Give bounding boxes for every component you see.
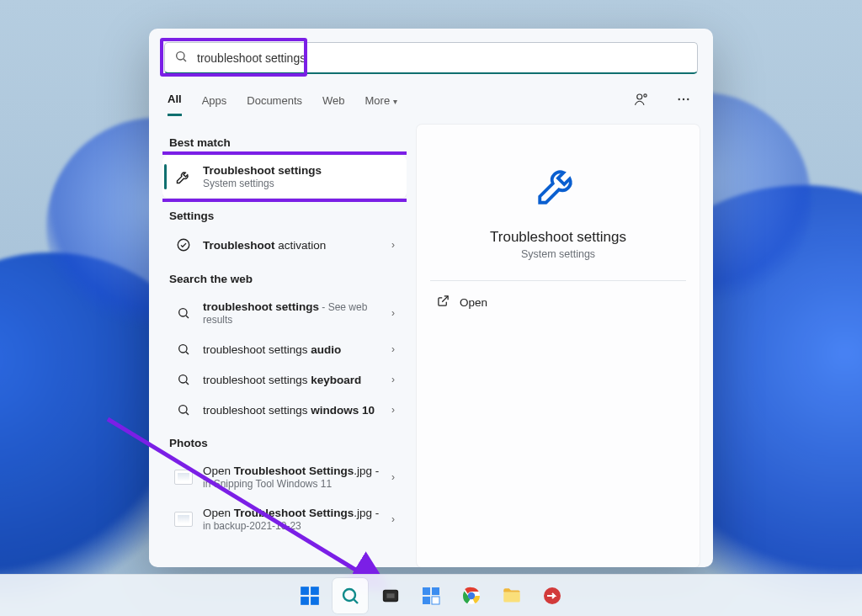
results-list: Best match Troubleshoot settings System … bbox=[162, 125, 407, 567]
result-subtitle: in backup-2021-10-23 bbox=[203, 520, 381, 532]
svg-line-13 bbox=[186, 382, 189, 385]
section-search-web: Search the web bbox=[162, 261, 407, 292]
search-icon bbox=[174, 343, 193, 356]
svg-rect-18 bbox=[311, 587, 319, 595]
svg-point-21 bbox=[343, 589, 355, 601]
search-icon bbox=[174, 50, 188, 66]
result-title-part: Troubleshoot bbox=[203, 239, 275, 252]
preview-title: Troubleshoot settings bbox=[490, 229, 626, 246]
tab-web[interactable]: Web bbox=[322, 88, 345, 115]
explorer-button[interactable] bbox=[494, 578, 529, 613]
wrench-icon bbox=[534, 160, 583, 212]
svg-rect-24 bbox=[386, 592, 396, 598]
result-web-audio[interactable]: troubleshoot settings audio › bbox=[162, 334, 407, 364]
tab-documents[interactable]: Documents bbox=[247, 88, 302, 115]
svg-rect-26 bbox=[432, 587, 439, 595]
result-web-windows10[interactable]: troubleshoot settings windows 10 › bbox=[162, 395, 407, 425]
app-button[interactable] bbox=[535, 578, 570, 613]
result-troubleshoot-settings[interactable]: Troubleshoot settings System settings bbox=[162, 156, 407, 198]
search-icon bbox=[174, 373, 193, 386]
svg-point-12 bbox=[179, 375, 187, 383]
svg-point-5 bbox=[683, 98, 684, 100]
image-thumb-icon bbox=[174, 470, 193, 485]
image-thumb-icon bbox=[174, 512, 193, 527]
tab-more[interactable]: More▾ bbox=[365, 88, 398, 115]
check-shield-icon bbox=[174, 237, 193, 252]
chevron-right-icon: › bbox=[391, 404, 395, 416]
search-button[interactable] bbox=[333, 578, 368, 613]
chevron-down-icon: ▾ bbox=[393, 97, 397, 106]
wrench-icon bbox=[174, 168, 193, 185]
result-subtitle: in Snipping Tool Windows 11 bbox=[203, 478, 381, 490]
open-button[interactable]: Open bbox=[430, 286, 686, 318]
result-title-part: .jpg - bbox=[354, 507, 379, 519]
svg-point-2 bbox=[637, 94, 642, 99]
start-button[interactable] bbox=[292, 578, 327, 613]
result-photo-1[interactable]: Open Troubleshoot Settings.jpg - in Snip… bbox=[162, 456, 407, 498]
svg-point-3 bbox=[644, 94, 646, 97]
result-title-part: Troubleshoot Settings bbox=[234, 465, 354, 477]
result-web-keyboard[interactable]: troubleshoot settings keyboard › bbox=[162, 364, 407, 395]
section-photos: Photos bbox=[162, 425, 407, 456]
result-title: Troubleshoot settings bbox=[203, 164, 322, 177]
result-title-part: windows 10 bbox=[311, 404, 375, 417]
chevron-right-icon: › bbox=[391, 307, 395, 319]
widgets-button[interactable] bbox=[413, 578, 449, 613]
result-title-part: troubleshoot settings bbox=[203, 374, 311, 386]
svg-line-22 bbox=[354, 599, 359, 603]
result-title-part: troubleshoot settings bbox=[203, 343, 311, 356]
search-panel: All Apps Documents Web More▾ Best match … bbox=[149, 29, 713, 567]
preview-pane: Troubleshoot settings System settings Op… bbox=[417, 125, 700, 567]
search-icon bbox=[174, 306, 193, 320]
svg-line-1 bbox=[184, 59, 186, 61]
svg-point-14 bbox=[179, 406, 187, 413]
preview-subtitle: System settings bbox=[521, 248, 595, 260]
taskview-button[interactable] bbox=[373, 578, 408, 613]
result-subtitle: System settings bbox=[203, 178, 395, 189]
chrome-button[interactable] bbox=[454, 578, 489, 613]
svg-point-8 bbox=[179, 309, 187, 316]
svg-point-4 bbox=[678, 98, 680, 100]
svg-rect-27 bbox=[423, 597, 430, 604]
divider bbox=[430, 280, 686, 281]
result-title-part: troubleshoot settings bbox=[203, 404, 311, 417]
chevron-right-icon: › bbox=[391, 343, 395, 355]
svg-line-11 bbox=[186, 352, 189, 354]
chevron-right-icon: › bbox=[391, 239, 395, 251]
result-title-part: troubleshoot settings bbox=[203, 300, 319, 313]
result-title-part: audio bbox=[311, 343, 341, 356]
more-icon[interactable] bbox=[673, 88, 694, 114]
result-troubleshoot-activation[interactable]: Troubleshoot activation › bbox=[162, 229, 407, 261]
selection-indicator bbox=[164, 164, 167, 189]
svg-line-9 bbox=[186, 316, 189, 318]
result-title-part: Open bbox=[203, 507, 234, 519]
tab-all[interactable]: All bbox=[168, 86, 182, 116]
section-best-match: Best match bbox=[162, 125, 407, 156]
svg-rect-28 bbox=[432, 597, 439, 604]
result-photo-2[interactable]: Open Troubleshoot Settings.jpg - in back… bbox=[162, 498, 407, 540]
result-title-part: activation bbox=[275, 239, 327, 252]
result-title-part: .jpg - bbox=[354, 465, 379, 477]
tab-apps[interactable]: Apps bbox=[202, 88, 227, 115]
best-match-card: Troubleshoot settings System settings bbox=[162, 156, 407, 198]
svg-point-0 bbox=[177, 52, 184, 60]
svg-rect-32 bbox=[503, 592, 520, 602]
svg-point-10 bbox=[179, 345, 187, 353]
chevron-right-icon: › bbox=[391, 374, 395, 385]
svg-rect-19 bbox=[301, 597, 309, 605]
section-settings: Settings bbox=[162, 198, 407, 229]
result-web-see-results[interactable]: troubleshoot settings - See web results … bbox=[162, 292, 407, 334]
filter-tabs: All Apps Documents Web More▾ bbox=[149, 81, 713, 116]
result-title-part: keyboard bbox=[311, 374, 361, 386]
profile-icon[interactable] bbox=[631, 88, 652, 114]
svg-line-15 bbox=[186, 412, 189, 415]
result-title-part: Troubleshoot Settings bbox=[234, 507, 354, 519]
chevron-right-icon: › bbox=[391, 471, 395, 483]
result-title-part: Open bbox=[203, 465, 234, 477]
svg-rect-17 bbox=[301, 587, 309, 595]
search-input[interactable] bbox=[164, 42, 698, 74]
search-icon bbox=[174, 403, 193, 417]
svg-rect-25 bbox=[423, 587, 430, 595]
svg-point-6 bbox=[687, 98, 689, 100]
chevron-right-icon: › bbox=[391, 513, 395, 525]
